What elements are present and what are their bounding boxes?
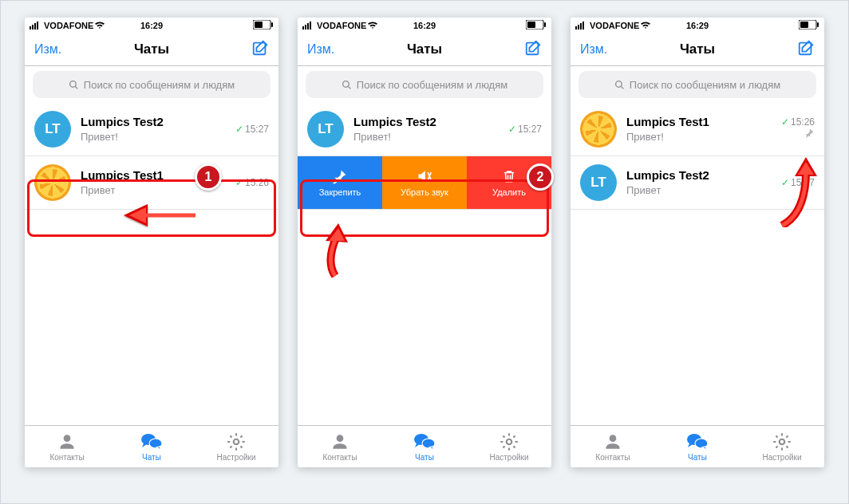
swipe-actions: Закрепить Убрать звук Удалить [298,156,551,210]
tab-settings[interactable]: Настройки [740,426,824,467]
navbar: Изм. Чаты [25,33,278,66]
search-icon [342,80,352,90]
chat-preview: Привет! [353,131,502,144]
chat-preview: Привет! [81,131,229,144]
svg-point-9 [64,435,71,442]
tab-label: Настройки [216,453,255,462]
edit-button[interactable]: Изм. [580,42,612,57]
step-badge-2: 2 [527,163,554,191]
svg-rect-28 [580,23,582,30]
checkmark-icon: ✓ [781,116,789,128]
status-bar: VODAFONE 16:29 [298,18,551,33]
search-placeholder: Поиск по сообщениям и людям [84,79,235,91]
svg-rect-19 [527,22,535,28]
checkmark-icon: ✓ [235,124,243,135]
chat-name: Lumpics Test1 [626,115,775,129]
avatar: LT [307,111,344,148]
action-label: Убрать звук [401,187,448,197]
svg-rect-16 [310,22,311,30]
chat-row[interactable]: LT Lumpics Test2 Привет! ✓15:27 [25,103,278,156]
svg-rect-31 [817,22,819,27]
svg-point-8 [69,81,76,87]
chat-row[interactable]: Lumpics Test1 Привет! ✓15:26 [571,103,824,156]
carrier-label: VODAFONE [44,21,93,30]
tab-chats[interactable]: Чаты [382,426,467,467]
page-title: Чаты [134,41,169,57]
chat-time: 15:27 [245,124,269,135]
checkmark-icon: ✓ [781,177,789,188]
chat-time: 15:26 [245,177,269,188]
chat-time: 15:26 [791,116,815,128]
svg-rect-13 [302,26,304,30]
svg-rect-15 [307,23,309,30]
tab-settings[interactable]: Настройки [194,426,278,467]
pin-action[interactable]: Закрепить [298,156,382,209]
trash-icon [502,168,516,184]
svg-rect-6 [255,22,263,28]
avatar [580,111,617,148]
mute-action[interactable]: Убрать звук [382,156,467,209]
avatar: LT [580,164,617,201]
svg-rect-5 [271,22,273,27]
svg-rect-1 [32,25,34,30]
search-input[interactable]: Поиск по сообщениям и людям [579,71,816,98]
tab-bar: Контакты Чаты Настройки [25,425,278,467]
chat-name: Lumpics Test2 [81,115,229,129]
chat-row[interactable]: LT Lumpics Test2 Привет! ✓15:27 [298,103,551,156]
svg-rect-0 [30,26,31,30]
chat-name: Lumpics Test2 [626,168,775,183]
svg-point-38 [780,439,785,444]
tab-contacts[interactable]: Контакты [298,426,382,467]
chat-row[interactable]: LT Lumpics Test2 Привет ✓15:27 [571,156,824,210]
svg-point-21 [342,81,349,87]
pin-icon [332,168,348,184]
avatar [34,164,71,201]
tab-contacts[interactable]: Контакты [25,426,109,467]
battery-icon [253,20,274,30]
svg-rect-29 [582,22,584,30]
svg-rect-32 [800,22,808,28]
checkmark-icon: ✓ [235,177,243,188]
svg-rect-3 [37,22,38,30]
edit-button[interactable]: Изм. [34,42,66,57]
edit-button[interactable]: Изм. [307,42,339,57]
svg-rect-18 [544,22,546,27]
compose-button[interactable] [783,39,815,60]
mute-icon [417,168,432,184]
tab-settings[interactable]: Настройки [467,426,551,467]
tab-label: Контакты [49,453,84,462]
svg-point-22 [337,435,344,442]
step-badge-1: 1 [195,163,222,191]
svg-point-34 [615,81,622,87]
compose-button[interactable] [510,39,542,60]
svg-rect-27 [578,25,579,30]
chat-row[interactable]: Lumpics Test1 Привет ✓15:26 [25,156,278,210]
action-label: Удалить [492,187,526,197]
search-input[interactable]: Поиск по сообщениям и людям [306,71,543,98]
screen-2: VODAFONE 16:29 Изм. Чаты Поиск по сообще… [298,18,551,467]
checkmark-icon: ✓ [508,124,516,135]
chat-time: 15:27 [518,124,542,135]
status-bar: VODAFONE 16:29 [25,18,278,33]
screen-3: VODAFONE 16:29 Изм. Чаты Поиск по сообще… [571,18,824,467]
chat-preview: Привет! [626,131,775,144]
avatar: LT [34,111,71,148]
svg-point-35 [610,435,617,442]
tab-bar: Контакты Чаты Настройки [571,425,824,467]
page-title: Чаты [407,41,442,57]
svg-rect-2 [34,23,36,30]
screen-1: VODAFONE 16:29 Изм. Чаты Поиск по сообще… [25,18,278,467]
status-bar: VODAFONE 16:29 [571,18,824,33]
tab-label: Чаты [142,453,161,462]
pinned-icon [804,128,815,142]
svg-rect-14 [305,25,306,30]
search-icon [69,80,79,90]
compose-button[interactable] [237,39,269,60]
search-input[interactable]: Поиск по сообщениям и людям [33,71,270,98]
tab-chats[interactable]: Чаты [655,426,740,467]
tab-contacts[interactable]: Контакты [571,426,655,467]
chat-preview: Привет [626,184,775,197]
page-title: Чаты [680,41,715,57]
tab-chats[interactable]: Чаты [109,426,194,467]
chat-name: Lumpics Test2 [353,115,502,129]
